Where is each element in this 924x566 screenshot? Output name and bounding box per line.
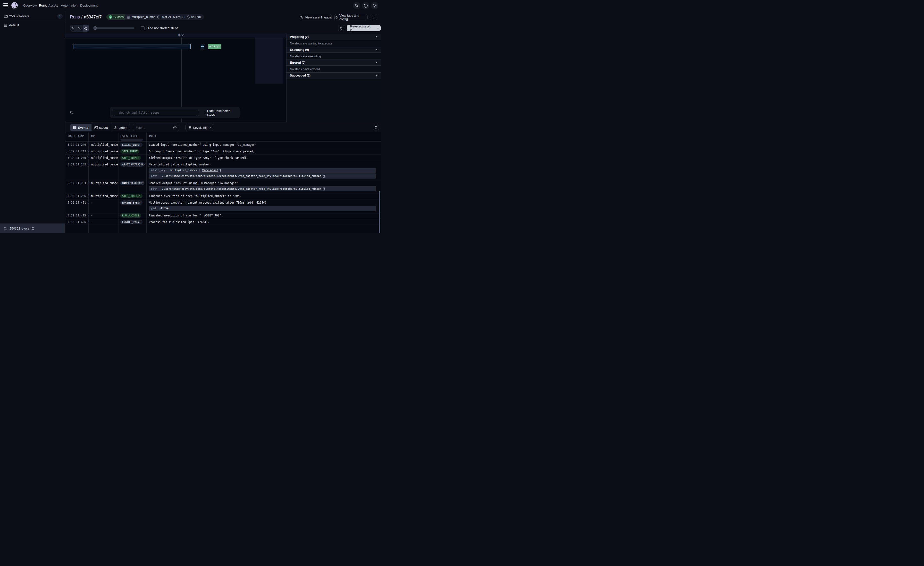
dagster-logo[interactable] <box>10 2 18 9</box>
duration-tag: 0:00:01 <box>184 14 204 20</box>
gantt-step-waiting-box[interactable] <box>74 44 190 49</box>
timestamp-cell: 5:12:11.240 PM <box>65 142 88 148</box>
table-row[interactable]: 5:12:11.411 PM - ENGINE_EVENT Multiproce… <box>65 199 381 212</box>
op-cell: - <box>88 199 118 212</box>
gantt-step-bar-multiplied-number[interactable]: multipli… <box>208 44 221 49</box>
view-mode-waterfall-button[interactable] <box>76 25 82 32</box>
settings-gear-icon[interactable] <box>371 2 378 9</box>
funnel-icon <box>188 126 192 129</box>
scrollbar-thumb[interactable] <box>379 191 380 233</box>
log-tabs: Events stdout stderr <box>70 124 130 131</box>
reexecute-all-button[interactable]: Re-execute all (*) <box>346 25 375 31</box>
info-cell: Got input "versioned_number" of type "An… <box>149 148 381 155</box>
help-icon[interactable] <box>362 2 369 9</box>
table-row[interactable]: 5:12:11.249 PM multiplied_number STEP_OU… <box>65 155 381 161</box>
search-icon <box>70 111 73 114</box>
breadcrumb: Runs/a5347ef7 <box>70 11 102 23</box>
terminal-icon <box>94 126 98 129</box>
search-icon[interactable] <box>353 2 360 9</box>
col-op: OP <box>91 133 95 139</box>
section-errored-body: No steps have errored <box>286 66 381 73</box>
table-row[interactable]: 5:12:11.263 PM multiplied_number HANDLED… <box>65 180 381 193</box>
view-mode-timed-button[interactable] <box>82 25 89 32</box>
gantt-step-prep-box[interactable] <box>201 44 204 49</box>
breadcrumb-runs-link[interactable]: Runs <box>70 15 80 20</box>
hide-unselected-label[interactable]: Hide unselected steps <box>207 109 237 116</box>
view-asset-lineage-button[interactable]: View asset lineage <box>300 14 332 20</box>
op-cell: multiplied_number <box>88 193 118 199</box>
log-filter-input[interactable] <box>133 124 179 131</box>
path-link[interactable]: /Users/smackesey/stm/code/elementl/exper… <box>162 175 321 178</box>
step-search-input[interactable] <box>112 109 199 116</box>
section-executing-header[interactable]: Executing (0) <box>286 47 381 53</box>
reload-icon[interactable] <box>32 227 35 230</box>
dashed-segment <box>201 47 204 47</box>
hide-not-started-checkbox[interactable] <box>141 26 144 30</box>
kv-label: pid <box>149 206 158 211</box>
hide-unselected-checkbox[interactable] <box>206 111 209 114</box>
events-table: TIMESTAMP OP EVENT TYPE INFO 5:12:11.240… <box>65 133 381 233</box>
timestamp-cell: 5:12:11.415 PM <box>65 212 88 218</box>
stopwatch-icon <box>187 15 190 19</box>
hide-not-started-label[interactable]: Hide not started steps <box>146 26 178 30</box>
caret-right-icon <box>376 75 378 77</box>
view-asset-link[interactable]: View Asset <box>202 169 218 172</box>
run-header-more-button[interactable] <box>370 14 377 20</box>
nav-item-assets[interactable]: Assets <box>48 0 58 11</box>
reexecute-dropdown-button[interactable] <box>375 25 381 31</box>
levels-filter-button[interactable]: Levels (5) <box>186 124 213 131</box>
clear-filter-icon[interactable] <box>173 126 177 129</box>
event-type-tag: ENGINE_EVENT <box>120 220 142 224</box>
section-succeeded-header[interactable]: Succeeded (1) <box>286 72 381 78</box>
tab-stdout[interactable]: stdout <box>92 124 111 131</box>
zoom-slider-track[interactable] <box>95 27 135 29</box>
list-icon <box>73 126 76 129</box>
chevron-down-icon <box>372 16 375 18</box>
tab-stderr[interactable]: stderr <box>111 124 130 131</box>
table-row[interactable]: 5:12:11.253 PM multiplied_number ASSET_M… <box>65 161 381 180</box>
run-id: a5347ef7 <box>84 15 102 20</box>
info-cell: Multiprocess executor: parent process ex… <box>149 199 381 206</box>
table-row[interactable]: 5:12:11.240 PM multiplied_number LOADED_… <box>65 142 381 148</box>
table-row[interactable]: 5:12:11.243 PM multiplied_number STEP_IN… <box>65 148 381 155</box>
breadcrumb-separator: / <box>80 15 84 20</box>
table-row[interactable]: 5:12:11.426 PM - ENGINE_EVENT Process fo… <box>65 218 381 225</box>
asset-key-row: asset_key multiplied_number [View Asset] <box>149 168 376 173</box>
expand-events-button[interactable] <box>373 124 379 131</box>
section-preparing-header[interactable]: Preparing (0) <box>286 34 381 40</box>
nav-item-runs[interactable]: Runs <box>39 0 47 11</box>
copy-icon[interactable] <box>322 188 326 190</box>
path-link[interactable]: /Users/smackesey/stm/code/elementl/exper… <box>162 187 321 190</box>
caret-down-icon <box>376 62 378 63</box>
timestamp-cell: 5:12:11.263 PM <box>65 180 88 193</box>
nav-item-deployment[interactable]: Deployment <box>80 0 98 11</box>
view-tags-config-button[interactable]: View tags and config <box>334 14 368 20</box>
nav-item-overview[interactable]: Overview <box>23 0 37 11</box>
zoom-slider-thumb[interactable] <box>93 26 97 30</box>
table-row[interactable]: 5:12:11.266 PM multiplied_number STEP_SU… <box>65 193 381 199</box>
asset-tag[interactable]: multiplied_number <box>124 14 159 20</box>
sidebar-footer[interactable]: 250321-dvers <box>0 223 65 233</box>
view-mode-flat-button[interactable] <box>70 25 76 32</box>
gantt-chart: 0.5s multipli… Hide unselected steps <box>65 33 286 122</box>
path-row: path /Users/smackesey/stm/code/elementl/… <box>149 186 376 191</box>
sidebar-item-project[interactable]: 250321-dvers 1 <box>0 11 65 21</box>
event-type-tag: LOADED_INPUT <box>120 143 142 147</box>
timestamp-cell: 5:12:11.426 PM <box>65 219 88 225</box>
gantt-view-mode-group <box>70 25 89 32</box>
event-type-tag: RUN_SUCCESS <box>120 213 141 218</box>
section-errored-header[interactable]: Errored (0) <box>286 60 381 66</box>
table-row[interactable]: 5:12:11.415 PM - RUN_SUCCESS Finished ex… <box>65 212 381 218</box>
timestamp-cell: 5:12:11.243 PM <box>65 148 88 155</box>
info-cell: Materialized value multiplied_number. <box>149 161 381 168</box>
pid-value: 42654 <box>160 207 168 210</box>
nav-item-automation[interactable]: Automation <box>61 0 78 11</box>
sidebar-item-job-default[interactable]: default <box>0 21 65 29</box>
tab-events[interactable]: Events <box>70 124 92 131</box>
hamburger-menu-icon[interactable] <box>3 3 8 8</box>
caret-down-icon <box>376 36 378 38</box>
copy-icon[interactable] <box>322 175 326 178</box>
op-cell: - <box>88 219 118 225</box>
folder-icon <box>4 14 8 18</box>
expand-panel-button[interactable] <box>338 25 344 31</box>
